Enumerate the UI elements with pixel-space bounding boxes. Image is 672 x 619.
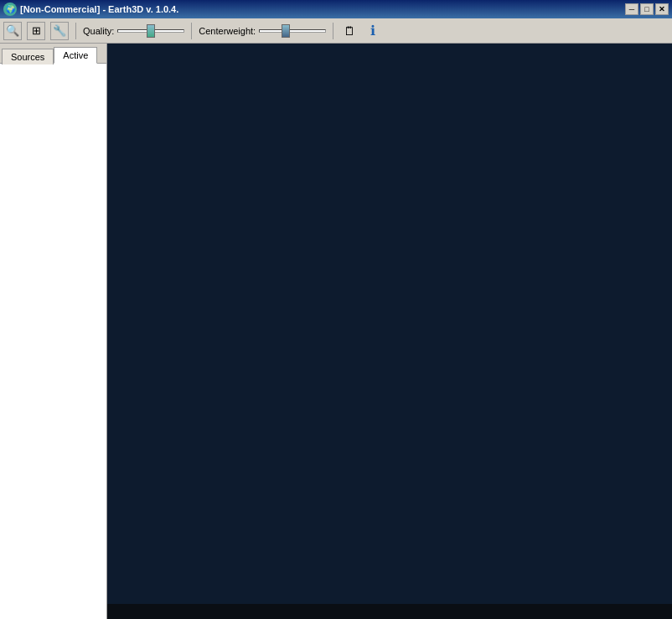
tab-content xyxy=(0,63,106,619)
title-bar-left: 🌍 [Non-Commercial] - Earth3D v. 1.0.4. xyxy=(3,3,178,16)
title-buttons: ─ □ ✕ xyxy=(625,3,669,15)
minimize-button[interactable]: ─ xyxy=(625,3,638,15)
maximize-button[interactable]: □ xyxy=(640,3,654,15)
grid-icon: ⊞ xyxy=(32,24,41,37)
tab-active-label: Active xyxy=(63,50,88,60)
viewport[interactable] xyxy=(107,44,672,619)
centerweight-label: Centerweight: xyxy=(199,26,256,36)
main-area: Sources Active xyxy=(0,44,672,619)
tab-active[interactable]: Active xyxy=(54,47,97,64)
separator-1 xyxy=(75,23,76,39)
wrench-button[interactable]: 🔧 xyxy=(50,22,69,40)
app-icon: 🌍 xyxy=(3,3,17,16)
centerweight-slider[interactable] xyxy=(259,29,326,33)
tab-sources-label: Sources xyxy=(11,52,44,62)
separator-2 xyxy=(191,23,192,39)
viewport-bottom-bar xyxy=(107,604,672,619)
centerweight-control: Centerweight: xyxy=(199,26,326,36)
quality-slider[interactable] xyxy=(117,29,184,33)
tab-sources[interactable]: Sources xyxy=(2,49,54,64)
wrench-icon: 🔧 xyxy=(53,24,66,37)
toolbar: 🔍 ⊞ 🔧 Quality: Centerweight: 🗒 ℹ xyxy=(0,18,672,44)
quality-control: Quality: xyxy=(83,26,184,36)
info-button[interactable]: ℹ xyxy=(364,22,382,40)
search-button[interactable]: 🔍 xyxy=(3,22,22,40)
list-icon: 🗒 xyxy=(344,24,355,38)
quality-label: Quality: xyxy=(83,26,114,36)
centerweight-slider-thumb[interactable] xyxy=(282,24,290,38)
left-panel: Sources Active xyxy=(0,44,107,619)
close-button[interactable]: ✕ xyxy=(655,3,669,15)
grid-button[interactable]: ⊞ xyxy=(27,22,45,40)
tabs: Sources Active xyxy=(0,44,106,63)
list-button[interactable]: 🗒 xyxy=(340,22,359,40)
quality-slider-thumb[interactable] xyxy=(147,24,155,38)
separator-3 xyxy=(333,23,333,39)
search-icon: 🔍 xyxy=(6,24,19,37)
title-text: [Non-Commercial] - Earth3D v. 1.0.4. xyxy=(20,4,178,14)
info-icon: ℹ xyxy=(370,23,375,39)
title-bar: 🌍 [Non-Commercial] - Earth3D v. 1.0.4. ─… xyxy=(0,0,672,18)
